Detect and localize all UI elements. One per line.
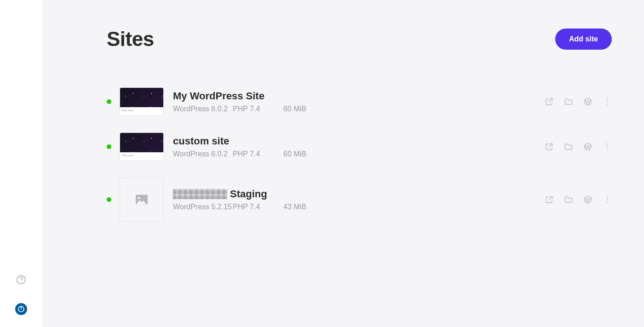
php-version: PHP 7.4 <box>233 203 283 211</box>
site-name: My WordPress Site <box>173 90 545 102</box>
add-site-button[interactable]: Add site <box>555 29 612 50</box>
sidebar <box>0 0 42 327</box>
svg-point-12 <box>607 199 608 201</box>
redacted-text <box>173 189 227 199</box>
folder-icon[interactable] <box>564 195 573 204</box>
wordpress-icon[interactable] <box>583 142 592 151</box>
status-indicator <box>107 99 111 104</box>
site-name: custom site <box>173 135 545 147</box>
site-meta: WordPress 6.0.2 PHP 7.4 60 MiB <box>173 105 545 113</box>
svg-point-13 <box>607 202 608 203</box>
site-actions <box>545 142 612 151</box>
wordpress-icon[interactable] <box>583 97 592 106</box>
svg-point-6 <box>607 143 608 145</box>
open-external-icon[interactable] <box>545 97 554 106</box>
svg-point-5 <box>607 104 608 105</box>
svg-point-8 <box>607 149 608 150</box>
site-list: Hello world My WordPress Site WordPress … <box>107 87 612 222</box>
status-indicator <box>107 144 111 149</box>
php-version: PHP 7.4 <box>233 105 283 113</box>
folder-icon[interactable] <box>564 142 573 151</box>
wordpress-version: WordPress 6.0.2 <box>173 105 233 113</box>
site-thumbnail: Hello world <box>120 132 164 161</box>
site-info: custom site WordPress 6.0.2 PHP 7.4 60 M… <box>173 135 545 158</box>
svg-point-4 <box>607 101 608 103</box>
svg-point-10 <box>138 197 140 199</box>
page-header: Sites Add site <box>107 28 612 51</box>
main-content: Sites Add site Hello world My WordPress … <box>42 0 644 327</box>
wordpress-icon[interactable] <box>583 195 592 204</box>
wordpress-version: WordPress 6.0.2 <box>173 150 233 158</box>
site-size: 60 MiB <box>283 105 306 113</box>
folder-icon[interactable] <box>564 97 573 106</box>
site-size: 43 MiB <box>283 203 306 211</box>
site-thumbnail-placeholder <box>120 178 164 222</box>
open-external-icon[interactable] <box>545 195 554 204</box>
site-info: Staging WordPress 5.2.15 PHP 7.4 43 MiB <box>173 188 545 211</box>
svg-point-3 <box>607 98 608 100</box>
svg-point-11 <box>607 196 608 198</box>
site-actions <box>545 195 612 204</box>
more-icon[interactable] <box>603 195 612 204</box>
power-icon[interactable] <box>15 303 27 315</box>
site-name: Staging <box>173 188 545 200</box>
open-external-icon[interactable] <box>545 142 554 151</box>
more-icon[interactable] <box>603 142 612 151</box>
site-meta: WordPress 5.2.15 PHP 7.4 43 MiB <box>173 203 545 211</box>
site-size: 60 MiB <box>283 150 306 158</box>
help-icon[interactable] <box>16 275 26 287</box>
site-row[interactable]: Hello world custom site WordPress 6.0.2 … <box>107 132 612 161</box>
svg-point-1 <box>21 281 21 282</box>
site-thumbnail: Hello world <box>120 87 164 116</box>
site-info: My WordPress Site WordPress 6.0.2 PHP 7.… <box>173 90 545 113</box>
page-title: Sites <box>107 28 154 51</box>
site-meta: WordPress 6.0.2 PHP 7.4 60 MiB <box>173 150 545 158</box>
site-name-text: Staging <box>230 188 267 200</box>
svg-point-7 <box>607 146 608 148</box>
status-indicator <box>107 197 111 202</box>
wordpress-version: WordPress 5.2.15 <box>173 203 233 211</box>
site-row[interactable]: Staging WordPress 5.2.15 PHP 7.4 43 MiB <box>107 178 612 222</box>
site-actions <box>545 97 612 106</box>
php-version: PHP 7.4 <box>233 150 283 158</box>
site-name-text: My WordPress Site <box>173 90 264 102</box>
site-name-text: custom site <box>173 135 229 147</box>
site-row[interactable]: Hello world My WordPress Site WordPress … <box>107 87 612 116</box>
more-icon[interactable] <box>603 97 612 106</box>
